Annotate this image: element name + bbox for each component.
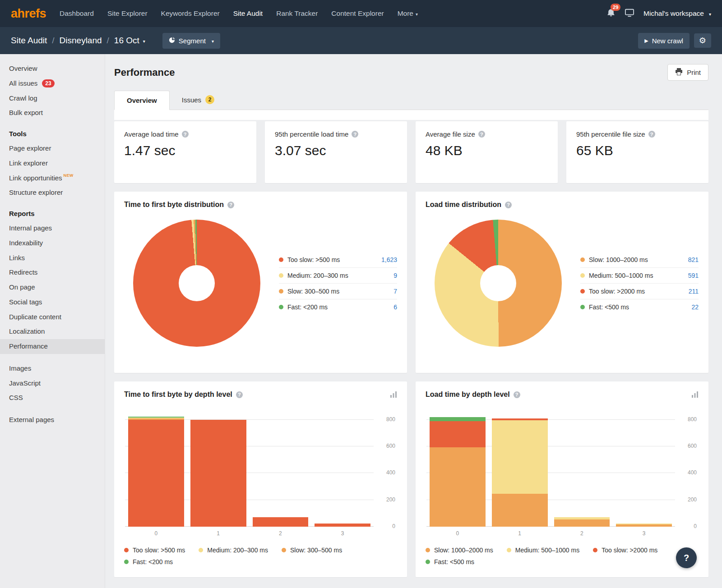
nav-more[interactable]: More▾ (398, 9, 418, 18)
stat-label-row: 95th percentile load time ? (275, 130, 397, 138)
breadcrumb-separator: / (107, 36, 109, 46)
legend-row[interactable]: Too slow: >500 ms 1,623 (279, 252, 397, 268)
print-button[interactable]: Print (667, 64, 708, 81)
legend-item[interactable]: Medium: 500–1000 ms (507, 547, 579, 554)
donut-legend: Slow: 1000–2000 ms 821 Medium: 500–1000 … (580, 252, 699, 315)
donut-hole (480, 265, 516, 301)
nav-site-audit[interactable]: Site Audit (233, 9, 263, 18)
chart-type-icon[interactable] (691, 391, 699, 398)
issues-count-badge: 2 (205, 95, 214, 104)
bar-segment (492, 494, 548, 527)
nav-keywords-explorer[interactable]: Keywords Explorer (161, 9, 220, 18)
legend-value-link[interactable]: 591 (688, 272, 699, 279)
nav-content-explorer[interactable]: Content Explorer (331, 9, 384, 18)
legend-row[interactable]: Fast: <500 ms 22 (580, 299, 699, 315)
sidebar-item-structure-explorer[interactable]: Structure explorer (0, 185, 105, 200)
legend-value-link[interactable]: 9 (393, 272, 397, 279)
legend-item[interactable]: Slow: 1000–2000 ms (426, 547, 493, 554)
donut-chart[interactable] (435, 220, 562, 347)
help-icon[interactable]: ? (236, 391, 243, 398)
notifications-button[interactable]: 29 (606, 8, 616, 19)
breadcrumb-site-audit[interactable]: Site Audit (11, 36, 47, 46)
help-icon[interactable]: ? (478, 131, 485, 138)
sidebar-item-links[interactable]: Links (0, 251, 105, 266)
help-icon[interactable]: ? (182, 131, 189, 138)
legend-item[interactable]: Too slow: >500 ms (124, 547, 185, 554)
legend-row[interactable]: Medium: 200–300 ms 9 (279, 268, 397, 284)
legend-value-link[interactable]: 7 (393, 288, 397, 295)
sidebar-item-social-tags[interactable]: Social tags (0, 295, 105, 310)
help-icon[interactable]: ? (505, 202, 512, 208)
nav-rank-tracker[interactable]: Rank Tracker (276, 9, 318, 18)
sidebar-item-page-explorer[interactable]: Page explorer (0, 141, 105, 156)
workspace-switcher[interactable]: Michal's workspace ▾ (643, 9, 711, 18)
sidebar-item-on-page[interactable]: On page (0, 280, 105, 295)
stat-card-95th-load-time: 95th percentile load time ? 3.07 sec (265, 121, 407, 183)
chevron-down-icon: ▾ (709, 12, 711, 17)
help-icon[interactable]: ? (227, 202, 234, 208)
legend-item[interactable]: Too slow: >2000 ms (593, 547, 657, 554)
legend-item[interactable]: Fast: <200 ms (124, 558, 173, 565)
sidebar-item-javascript[interactable]: JavaScript (0, 376, 105, 391)
sidebar-item-bulk-export[interactable]: Bulk export (0, 106, 105, 120)
legend-value-link[interactable]: 211 (689, 288, 699, 295)
bar-charts-row: Time to first byte by depth level ? 8006… (114, 381, 708, 577)
sidebar-item-redirects[interactable]: Redirects (0, 265, 105, 280)
segment-label: Segment (179, 37, 206, 45)
help-icon[interactable]: ? (648, 131, 655, 138)
breadcrumb-project[interactable]: Disneyland (60, 36, 102, 46)
sidebar-item-overview[interactable]: Overview (0, 61, 105, 76)
legend-item[interactable]: Fast: <500 ms (426, 558, 474, 565)
legend-item[interactable]: Medium: 200–300 ms (199, 547, 268, 554)
legend-row[interactable]: Slow: 1000–2000 ms 821 (580, 252, 699, 268)
legend-row[interactable]: Fast: <200 ms 6 (279, 299, 397, 315)
main-content: Performance Print Overview Issues 2 Ave (105, 54, 722, 588)
sidebar-item-images[interactable]: Images (0, 361, 105, 376)
help-icon[interactable]: ? (352, 131, 358, 138)
legend-value-link[interactable]: 821 (688, 256, 699, 263)
legend-value-link[interactable]: 6 (393, 303, 397, 311)
stat-cards-row: Average load time ? 1.47 sec 95th percen… (114, 121, 708, 183)
legend-item[interactable]: Slow: 300–500 ms (282, 547, 342, 554)
legend-row[interactable]: Medium: 500–1000 ms 591 (580, 268, 699, 284)
sidebar-item-css[interactable]: CSS (0, 390, 105, 405)
help-icon[interactable]: ? (514, 391, 520, 398)
legend-value-link[interactable]: 22 (691, 303, 699, 311)
sidebar-item-localization[interactable]: Localization (0, 324, 105, 339)
sidebar-item-link-opportunities[interactable]: Link opportunities NEW (0, 171, 105, 186)
bar-segment (128, 420, 184, 527)
sidebar-heading-reports: Reports (0, 200, 105, 221)
settings-button[interactable]: ⚙ (694, 33, 711, 48)
crawl-date-dropdown[interactable]: 16 Oct ▾ (114, 36, 145, 46)
sidebar-item-performance[interactable]: Performance (0, 339, 105, 354)
donut-chart[interactable] (133, 220, 260, 347)
chart-title: Time to first byte by depth level (124, 390, 232, 399)
legend-row[interactable]: Slow: 300–500 ms 7 (279, 284, 397, 299)
sidebar-item-all-issues[interactable]: All issues 23 (0, 76, 105, 91)
tab-overview[interactable]: Overview (114, 91, 170, 110)
sidebar-item-internal-pages[interactable]: Internal pages (0, 221, 105, 236)
ahrefs-logo[interactable]: ahrefs (11, 7, 46, 21)
bars-container (426, 413, 675, 527)
sidebar-item-link-explorer[interactable]: Link explorer (0, 156, 105, 171)
segment-dropdown-button[interactable]: Segment ▾ (162, 33, 220, 49)
chart-type-icon[interactable] (390, 391, 397, 398)
sidebar-item-duplicate-content[interactable]: Duplicate content (0, 310, 105, 325)
legend-value-link[interactable]: 1,623 (381, 256, 397, 263)
top-navigation-bar: ahrefs Dashboard Site Explorer Keywords … (0, 0, 722, 27)
sidebar-item-external-pages[interactable]: External pages (0, 413, 105, 427)
print-label: Print (687, 69, 701, 76)
nav-dashboard[interactable]: Dashboard (60, 9, 94, 18)
tab-issues[interactable]: Issues 2 (170, 90, 227, 110)
bar-depth-2 (253, 413, 309, 527)
chart-title-row: Load time distribution ? (426, 201, 699, 209)
new-crawl-button[interactable]: ▶ New crawl (638, 33, 690, 49)
legend-row[interactable]: Too slow: >2000 ms 211 (580, 284, 699, 299)
legend-label: Too slow: >500 ms (287, 256, 381, 263)
nav-site-explorer[interactable]: Site Explorer (107, 9, 148, 18)
sidebar-item-crawl-log[interactable]: Crawl log (0, 91, 105, 106)
sidebar-item-indexability[interactable]: Indexability (0, 236, 105, 251)
help-fab-button[interactable]: ? (676, 547, 697, 568)
monitor-button[interactable] (625, 8, 634, 19)
bar-chart-plot: 8006004002000 (125, 413, 374, 527)
